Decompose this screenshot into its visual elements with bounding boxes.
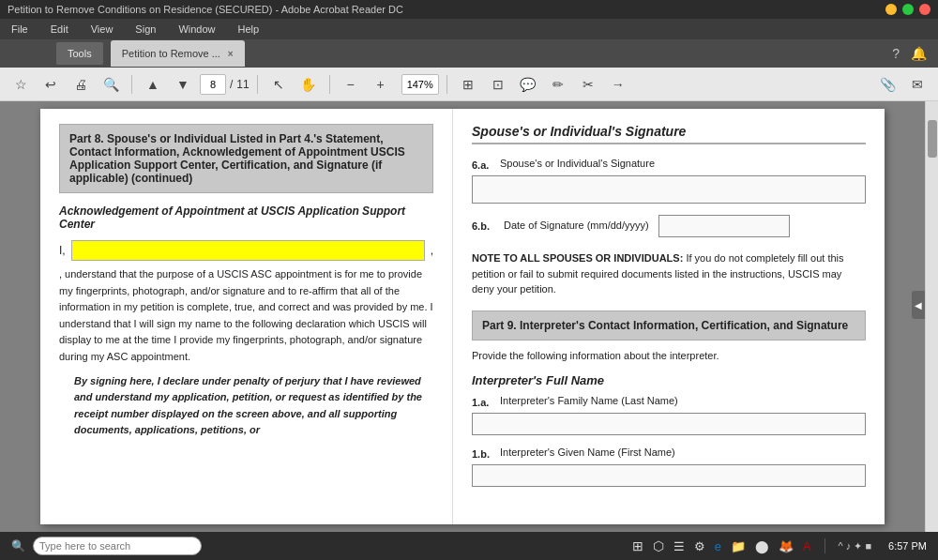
- field-1a-label: Interpreter's Family Name (Last Name): [500, 395, 678, 406]
- menu-edit[interactable]: Edit: [47, 22, 72, 37]
- tab-label: Petition to Remove ...: [122, 48, 220, 59]
- edge-icon[interactable]: e: [715, 539, 721, 553]
- menu-file[interactable]: File: [8, 22, 32, 37]
- tab-close-icon[interactable]: ×: [228, 49, 234, 59]
- tools-button[interactable]: Tools: [56, 42, 103, 65]
- zoom-box: [401, 74, 439, 95]
- pdf-container[interactable]: Part 8. Spouse's or Individual Listed in…: [0, 101, 925, 532]
- pdf-page: Part 8. Spouse's or Individual Listed in…: [40, 109, 885, 524]
- chrome-icon[interactable]: ⬤: [755, 539, 769, 553]
- field-6b-row: 6.b. Date of Signature (mm/dd/yyyy): [472, 215, 866, 237]
- page-next-icon[interactable]: ▼: [170, 71, 196, 98]
- field-6a-row: 6.a. Spouse's or Individual's Signature: [472, 158, 866, 204]
- menu-bar: File Edit View Sign Window Help: [0, 19, 938, 39]
- page-number-input[interactable]: [200, 74, 226, 95]
- search-icon: 🔍: [11, 539, 25, 552]
- page-total: 11: [236, 78, 249, 91]
- field-1b-row: 1.b. Interpreter's Given Name (First Nam…: [472, 446, 866, 487]
- field-6b-label: Date of Signature (mm/dd/yyyy): [504, 219, 649, 231]
- question-icon[interactable]: ?: [892, 46, 900, 61]
- field-6a-num: 6.a.: [472, 159, 494, 171]
- zoom-out-icon[interactable]: −: [338, 71, 364, 98]
- field-1a-num: 1.a.: [472, 397, 494, 408]
- note-label: NOTE TO ALL SPOUSES OR INDIVIDUALS:: [472, 252, 683, 264]
- family-name-input-1a[interactable]: [472, 413, 866, 435]
- date-input-6b[interactable]: [658, 215, 790, 237]
- clock: 6:57 PM: [888, 540, 927, 552]
- close-btn[interactable]: [919, 4, 930, 15]
- page-prev-icon[interactable]: ▲: [140, 71, 166, 98]
- attachment-icon[interactable]: 📎: [874, 71, 900, 98]
- menu-help[interactable]: Help: [234, 22, 264, 37]
- minimize-btn[interactable]: [885, 4, 897, 15]
- zoom-in-icon[interactable]: +: [368, 71, 394, 98]
- part9-subtext: Provide the following information about …: [472, 348, 866, 365]
- search-toolbar-icon[interactable]: 🔍: [98, 71, 124, 98]
- title-text: Petition to Remove Conditions on Residen…: [8, 4, 403, 15]
- windows-icon[interactable]: ⊞: [632, 538, 643, 553]
- note-section: NOTE TO ALL SPOUSES OR INDIVIDUALS: If y…: [472, 250, 866, 297]
- window-controls: [885, 4, 930, 15]
- menu-sign[interactable]: Sign: [131, 22, 159, 37]
- field-6a-label: Spouse's or Individual's Signature: [500, 158, 655, 169]
- taskbar-icons: ⊞ ⬡ ☰ ⚙ e 📁 ⬤ 🦊 A ^ ♪ ✦ ■ 6:57 PM: [632, 538, 927, 553]
- scroll-thumb[interactable]: [928, 120, 937, 158]
- menu-view[interactable]: View: [87, 22, 117, 37]
- italic-declaration: By signing here, I declare under penalty…: [74, 373, 433, 439]
- bookmark-icon[interactable]: ☆: [8, 71, 34, 98]
- back-icon[interactable]: ↩: [38, 71, 64, 98]
- comma-label: ,: [431, 244, 433, 257]
- email-icon[interactable]: ✉: [904, 71, 930, 98]
- taskbar-sep: [825, 538, 825, 553]
- status-bar: 🔍 ⊞ ⬡ ☰ ⚙ e 📁 ⬤ 🦊 A ^ ♪ ✦ ■ 6:57 PM: [0, 532, 938, 560]
- title-bar: Petition to Remove Conditions on Residen…: [0, 0, 938, 19]
- part9-header: Part 9. Interpreter's Contact Informatio…: [472, 310, 866, 341]
- highlight-icon[interactable]: ✏: [545, 71, 571, 98]
- snapshot-icon[interactable]: ⊡: [485, 71, 511, 98]
- firefox-icon[interactable]: 🦊: [779, 539, 794, 553]
- pdf-right-column: Spouse's or Individual's Signature 6.a. …: [453, 109, 885, 524]
- share-icon[interactable]: →: [605, 71, 631, 98]
- toolbar-sep-4: [446, 75, 447, 94]
- body-text-asc: , understand that the purpose of a USCIS…: [59, 266, 433, 366]
- marquee-zoom-icon[interactable]: ⊞: [455, 71, 481, 98]
- page-sep: /: [230, 78, 233, 91]
- print-icon[interactable]: 🖨: [68, 71, 94, 98]
- notification-arrow[interactable]: ◀: [912, 291, 925, 319]
- zoom-input[interactable]: [401, 74, 439, 95]
- toolbar-sep-1: [131, 75, 132, 94]
- pdf-left-column: Part 8. Spouse's or Individual Listed in…: [40, 109, 453, 524]
- tab-bar: Tools Petition to Remove ... × ? 🔔: [0, 39, 938, 68]
- i-label: I,: [59, 244, 66, 257]
- notification-icon[interactable]: 🔔: [911, 46, 927, 61]
- field-1a-row: 1.a. Interpreter's Family Name (Last Nam…: [472, 395, 866, 435]
- hand-tool-icon[interactable]: ✋: [295, 71, 322, 98]
- redact-icon[interactable]: ✂: [575, 71, 601, 98]
- sys-tray-icons: ^ ♪ ✦ ■: [839, 540, 871, 552]
- acrobat-icon[interactable]: A: [803, 539, 811, 553]
- toolbar-sep-3: [329, 75, 330, 94]
- field-1b-num: 1.b.: [472, 448, 494, 460]
- name-highlight-input[interactable]: [71, 240, 425, 261]
- menu-window[interactable]: Window: [174, 22, 219, 37]
- cortana-icon[interactable]: ⬡: [653, 538, 664, 553]
- field-1b-label: Interpreter's Given Name (First Name): [500, 446, 675, 458]
- toolbar: ☆ ↩ 🖨 🔍 ▲ ▼ / 11 ↖ ✋ − + ⊞ ⊡ 💬 ✏ ✂ →: [0, 68, 938, 101]
- comment-icon[interactable]: 💬: [515, 71, 541, 98]
- task-view-icon[interactable]: ☰: [673, 539, 685, 553]
- active-tab[interactable]: Petition to Remove ... ×: [111, 40, 245, 67]
- interpreter-full-name-header: Interpreter's Full Name: [472, 373, 866, 387]
- settings-icon[interactable]: ⚙: [694, 539, 705, 553]
- scroll-bar-right[interactable]: [925, 101, 938, 532]
- cursor-tool-icon[interactable]: ↖: [265, 71, 292, 98]
- main-area: Part 8. Spouse's or Individual Listed in…: [0, 101, 938, 532]
- field-6b-num: 6.b.: [472, 220, 494, 232]
- tab-right-icons: ? 🔔: [892, 46, 938, 61]
- explorer-icon[interactable]: 📁: [731, 539, 746, 553]
- search-input[interactable]: [33, 537, 202, 555]
- signature-input-6a[interactable]: [472, 175, 866, 204]
- uscis-asc-header: Acknowledgement of Appointment at USCIS …: [59, 204, 433, 231]
- given-name-input-1b[interactable]: [472, 464, 866, 487]
- maximize-btn[interactable]: [902, 4, 914, 15]
- part8-header: Part 8. Spouse's or Individual Listed in…: [59, 124, 433, 193]
